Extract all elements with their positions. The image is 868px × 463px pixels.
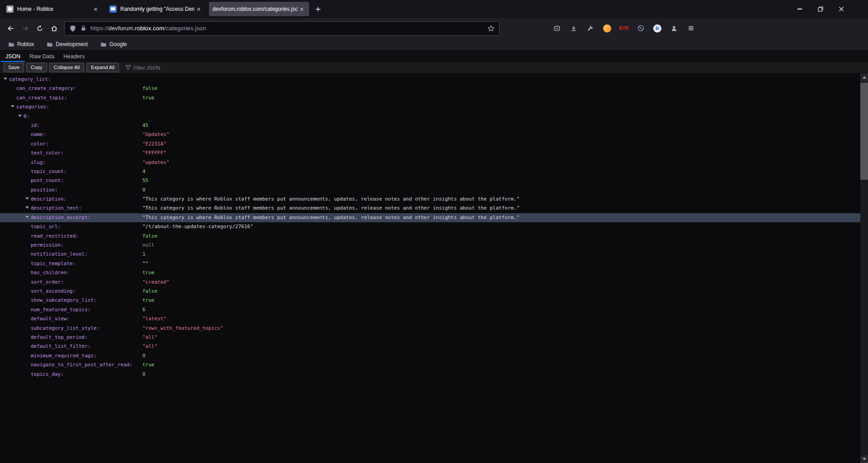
collapse-all-button[interactable]: Collapse All (49, 63, 84, 72)
url-subdomain: devforum. (108, 25, 135, 32)
json-key: has_children (31, 270, 70, 276)
viewer-toolbar: SaveCopyCollapse AllExpand All (0, 62, 868, 74)
json-value: false (142, 84, 157, 93)
json-row[interactable]: navigate_to_first_post_after_readtrue (0, 360, 860, 369)
scroll-up-button[interactable] (860, 74, 868, 81)
browser-tab[interactable]: Randomly getting "Access Deni (106, 2, 206, 16)
minimize-button[interactable] (789, 0, 810, 18)
json-row[interactable]: default_view"latest" (0, 314, 860, 323)
navigation-bar: https://devforum.roblox.com/categories.j… (0, 18, 868, 38)
json-row[interactable]: name"Updates" (0, 130, 860, 139)
json-row[interactable]: show_subcategory_listtrue (0, 296, 860, 305)
twisty-expand-icon[interactable] (25, 195, 31, 204)
json-key: default_list_filter (31, 343, 90, 349)
tab-close-icon[interactable] (297, 5, 306, 13)
menu-button[interactable] (684, 22, 698, 35)
twisty-expand-icon[interactable] (11, 103, 16, 112)
scroll-down-icon (863, 458, 866, 460)
json-value: "This category is where Roblox staff mem… (142, 195, 519, 204)
twisty-expand-icon[interactable] (25, 213, 31, 222)
json-row[interactable]: has_childrentrue (0, 268, 860, 277)
tab-close-icon[interactable] (91, 5, 99, 13)
json-row[interactable]: topics_day0 (0, 370, 860, 379)
tab-title: Randomly getting "Access Deni (120, 6, 194, 12)
json-row[interactable]: notification_level1 (0, 250, 860, 259)
json-value: true (142, 94, 155, 103)
bookmark-star-button[interactable] (487, 25, 495, 32)
back-button[interactable] (4, 21, 18, 36)
json-row[interactable]: default_list_filter"all" (0, 342, 860, 351)
json-row[interactable]: topic_template"" (0, 259, 860, 268)
star-icon (487, 25, 495, 32)
json-key: position (31, 187, 58, 193)
new-tab-button[interactable] (311, 2, 325, 16)
twisty-expand-icon[interactable] (18, 112, 24, 121)
viewer-tab-headers[interactable]: Headers (59, 51, 89, 62)
json-key: read_restricted (31, 233, 79, 239)
browser-tab[interactable]: Home - Roblox (3, 2, 103, 16)
json-row[interactable]: text_color"FFFFFF" (0, 149, 860, 158)
copy-button[interactable]: Copy (26, 63, 47, 72)
json-row[interactable]: minimum_required_tags0 (0, 351, 860, 360)
json-row[interactable]: can_create_topictrue (0, 94, 860, 103)
json-row[interactable]: id45 (0, 121, 860, 130)
save-button[interactable]: Save (4, 63, 24, 72)
settings-wrench-button[interactable] (584, 22, 597, 35)
restore-button[interactable] (810, 0, 831, 18)
forward-button[interactable] (18, 21, 33, 36)
pocket-button[interactable] (550, 22, 564, 35)
json-row[interactable]: sort_order"created" (0, 278, 860, 287)
json-row[interactable]: slug"updates" (0, 158, 860, 167)
json-row[interactable]: sort_ascendingfalse (0, 287, 860, 296)
json-row[interactable]: topic_url"/t/about-the-updates-category/… (0, 222, 860, 231)
tab-close-icon[interactable] (194, 5, 203, 13)
content-blocker-button[interactable] (634, 22, 647, 35)
json-row[interactable]: description"This category is where Roblo… (0, 195, 860, 204)
json-row[interactable]: topic_count4 (0, 167, 860, 176)
ropro-extension-button[interactable]: R (651, 22, 664, 35)
expand-all-button[interactable]: Expand All (86, 63, 119, 72)
viewer-tab-raw-data[interactable]: Raw Data (25, 51, 59, 62)
json-row[interactable]: description_text"This category is where … (0, 204, 860, 213)
viewer-tab-json[interactable]: JSON (1, 51, 25, 62)
scrollbar-thumb[interactable] (860, 83, 868, 180)
wrench-icon (587, 25, 594, 32)
filter-funnel-icon (125, 65, 131, 70)
json-row[interactable]: read_restrictedfalse (0, 232, 860, 241)
bookmark-item[interactable]: Roblox (6, 40, 36, 48)
twisty-expand-icon[interactable] (4, 75, 9, 84)
json-value: 4 (142, 167, 146, 176)
scroll-down-button[interactable] (860, 455, 868, 463)
json-row[interactable]: position0 (0, 186, 860, 195)
url-bar[interactable]: https://devforum.roblox.com/categories.j… (64, 21, 500, 36)
forward-arrow-icon (22, 25, 29, 32)
json-row[interactable]: num_featured_topics6 (0, 305, 860, 314)
json-row[interactable]: category_list (0, 75, 860, 84)
btr-extension-button[interactable]: BTR (617, 22, 631, 35)
json-row[interactable]: can_create_categoryfalse (0, 84, 860, 93)
json-row[interactable]: post_count55 (0, 176, 860, 185)
twisty-expand-icon[interactable] (25, 204, 31, 213)
json-row[interactable]: 0 (0, 112, 860, 121)
json-row[interactable]: default_top_period"all" (0, 333, 860, 342)
json-key: default_view (31, 316, 70, 322)
json-row[interactable]: description_excerpt"This category is whe… (0, 213, 860, 222)
avatar (603, 24, 611, 33)
json-row[interactable]: subcategory_list_style"rows_with_feature… (0, 324, 860, 333)
json-row[interactable]: permissionnull (0, 241, 860, 250)
profile-button[interactable] (667, 22, 681, 35)
home-button[interactable] (47, 21, 61, 36)
json-row[interactable]: categories (0, 103, 860, 112)
browser-tab[interactable]: devforum.roblox.com/categories.jso (209, 2, 309, 16)
close-window-button[interactable] (831, 0, 852, 18)
json-row[interactable]: color"E2231A" (0, 140, 860, 149)
bookmark-item[interactable]: Google (99, 40, 129, 48)
toolbar-icons: BTR R (550, 22, 698, 35)
json-key: minimum_required_tags (31, 353, 97, 359)
reload-button[interactable] (33, 21, 47, 36)
account-avatar[interactable] (600, 22, 614, 35)
scrollbar[interactable] (860, 74, 868, 463)
bookmark-item[interactable]: Development (45, 40, 90, 48)
downloads-button[interactable] (567, 22, 580, 35)
filter-json-input[interactable] (133, 65, 192, 70)
